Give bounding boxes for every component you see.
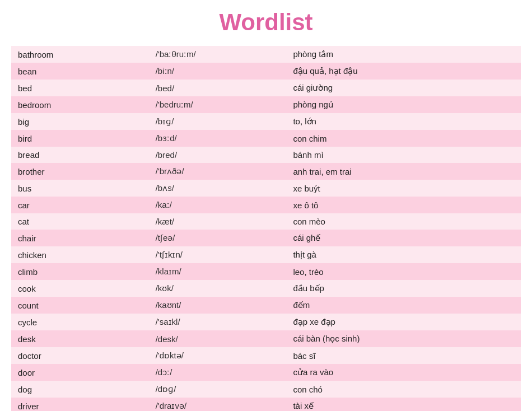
phonetic-cell: /'brʌðə/ [149,163,287,180]
word-cell: big [11,113,149,130]
phonetic-cell: /'tʃɪkɪn/ [149,246,287,263]
word-cell: doctor [11,347,149,364]
word-cell: door [11,364,149,381]
table-row: driver/'draɪvə/tài xế [11,398,521,411]
table-row: count/kaʊnt/đếm [11,297,521,314]
translation-cell: bác sĩ [286,347,521,364]
translation-cell: đầu bếp [286,280,521,297]
table-row: bathroom/'baːθruːm/phòng tắm [11,46,521,63]
translation-cell: tài xế [286,398,521,411]
translation-cell: đậu quả, hạt đậu [286,63,521,80]
translation-cell: thịt gà [286,246,521,263]
translation-cell: con chim [286,130,521,147]
table-row: brother/'brʌðə/anh trai, em trai [11,163,521,180]
phonetic-cell: /bʌs/ [149,180,287,197]
table-row: bed/bed/cái giường [11,80,521,96]
word-cell: bread [11,147,149,163]
phonetic-cell: /bred/ [149,147,287,163]
page-container: Wordlist bathroom/'baːθruːm/phòng tắmbea… [0,0,532,411]
word-table: bathroom/'baːθruːm/phòng tắmbean/biːn/đậ… [11,46,521,411]
table-row: bedroom/'bedruːm/phòng ngủ [11,96,521,113]
phonetic-cell: /'draɪvə/ [149,398,287,411]
translation-cell: đếm [286,297,521,314]
table-row: doctor/'dɒktə/bác sĩ [11,347,521,364]
word-cell: cycle [11,314,149,330]
translation-cell: anh trai, em trai [286,163,521,180]
phonetic-cell: /biːn/ [149,63,287,80]
phonetic-cell: /bed/ [149,80,287,96]
page-title: Wordlist [11,6,521,39]
translation-cell: to, lớn [286,113,521,130]
translation-cell: leo, trèo [286,263,521,280]
phonetic-cell: /klaɪm/ [149,263,287,280]
word-cell: bird [11,130,149,147]
word-cell: driver [11,398,149,411]
table-row: climb/klaɪm/leo, trèo [11,263,521,280]
phonetic-cell: /desk/ [149,330,287,347]
phonetic-cell: /'bedruːm/ [149,96,287,113]
table-row: bus/bʌs/xe buýt [11,180,521,197]
word-cell: count [11,297,149,314]
phonetic-cell: /kʊk/ [149,280,287,297]
phonetic-cell: /dɒɡ/ [149,381,287,398]
word-cell: cat [11,213,149,230]
translation-cell: phòng tắm [286,46,521,63]
word-cell: bed [11,80,149,96]
phonetic-cell: /kæt/ [149,213,287,230]
word-cell: chicken [11,246,149,263]
translation-cell: cái giường [286,80,521,96]
phonetic-cell: /bɪɡ/ [149,113,287,130]
table-row: cat/kæt/con mèo [11,213,521,230]
word-cell: brother [11,163,149,180]
word-cell: desk [11,330,149,347]
translation-cell: cửa ra vào [286,364,521,381]
word-cell: climb [11,263,149,280]
translation-cell: con chó [286,381,521,398]
phonetic-cell: /kaː/ [149,197,287,213]
word-cell: bedroom [11,96,149,113]
phonetic-cell: /'baːθruːm/ [149,46,287,63]
table-row: cook/kʊk/đầu bếp [11,280,521,297]
table-row: desk/desk/cái bàn (học sinh) [11,330,521,347]
phonetic-cell: /tʃeə/ [149,230,287,246]
table-row: cycle/'saɪkl/đạp xe đạp [11,314,521,330]
translation-cell: xe buýt [286,180,521,197]
translation-cell: xe ô tô [286,197,521,213]
word-cell: cook [11,280,149,297]
table-row: bean/biːn/đậu quả, hạt đậu [11,63,521,80]
phonetic-cell: /bɜːd/ [149,130,287,147]
table-row: chair/tʃeə/cái ghế [11,230,521,246]
word-cell: dog [11,381,149,398]
table-row: bird/bɜːd/con chim [11,130,521,147]
translation-cell: bánh mì [286,147,521,163]
word-cell: bathroom [11,46,149,63]
table-row: door/dɔː/cửa ra vào [11,364,521,381]
table-row: car/kaː/xe ô tô [11,197,521,213]
translation-cell: cái bàn (học sinh) [286,330,521,347]
phonetic-cell: /dɔː/ [149,364,287,381]
table-row: bread/bred/bánh mì [11,147,521,163]
phonetic-cell: /kaʊnt/ [149,297,287,314]
translation-cell: phòng ngủ [286,96,521,113]
table-row: dog/dɒɡ/con chó [11,381,521,398]
table-row: chicken/'tʃɪkɪn/thịt gà [11,246,521,263]
phonetic-cell: /'saɪkl/ [149,314,287,330]
word-cell: car [11,197,149,213]
translation-cell: con mèo [286,213,521,230]
word-cell: bus [11,180,149,197]
translation-cell: cái ghế [286,230,521,246]
table-row: big/bɪɡ/to, lớn [11,113,521,130]
word-cell: bean [11,63,149,80]
word-cell: chair [11,230,149,246]
phonetic-cell: /'dɒktə/ [149,347,287,364]
translation-cell: đạp xe đạp [286,314,521,330]
